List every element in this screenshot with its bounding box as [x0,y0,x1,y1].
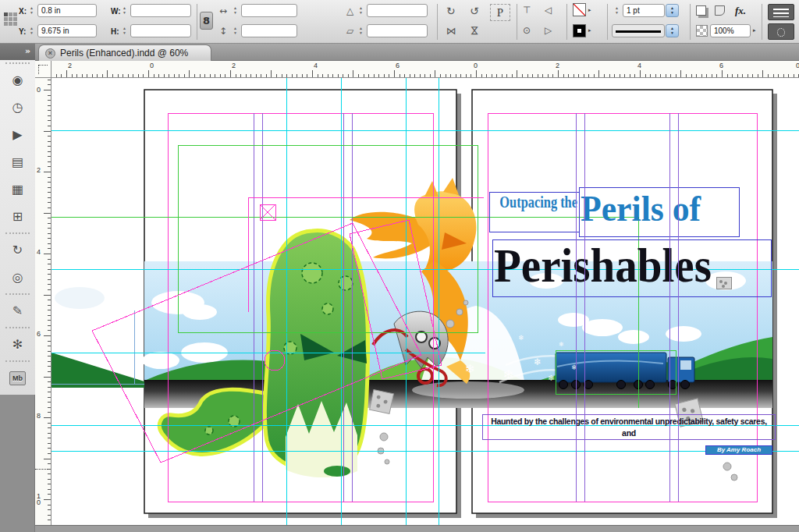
scale-x-input[interactable] [241,4,297,17]
y-stepper[interactable] [28,25,35,37]
deck-frame[interactable]: Haunted by the challenges of environment… [482,414,776,440]
ruler-number: 4 [637,62,641,69]
opacity-checker-icon[interactable] [696,25,708,37]
mini-bridge-icon[interactable]: Mb [0,364,35,392]
object-states-icon[interactable]: ◉ [0,66,35,94]
kicker-frame[interactable]: Outpacing the [489,192,580,232]
drop-shadow-icon[interactable] [696,5,706,16]
flip-horizontal-icon[interactable]: ⋈ [446,25,456,37]
rotate-cw-icon[interactable]: ↻ [446,5,456,17]
text-wrap-object-shape-button[interactable] [768,23,794,40]
corner-options-icon[interactable] [715,5,725,16]
scale-y-input[interactable] [241,24,297,37]
effects-fx-button[interactable]: fx. [735,5,746,17]
dock-expand-icon[interactable]: » [0,44,35,60]
flip-vertical-icon[interactable]: ⋈ [469,26,481,36]
ruler-number: 0 [37,87,44,93]
ruler-number: 2 [68,62,72,69]
stroke-style-combo-stepper[interactable] [666,24,679,37]
tab-close-icon[interactable]: × [45,48,55,59]
stroke-weight-stepper[interactable] [613,5,620,17]
select-next-icon[interactable]: ▷ [545,25,552,36]
animation-glyph: ◷ [12,100,23,115]
ruler-number: 6 [719,62,723,69]
content-grabber-badge[interactable] [716,277,732,289]
y-input[interactable] [37,24,97,37]
ruler-number: 4 [37,249,44,255]
h-stepper[interactable] [121,25,128,37]
shear-input[interactable] [367,24,428,37]
rotation-stepper[interactable] [357,5,364,17]
stroke-weight-combo-stepper[interactable] [666,4,679,17]
media-icon[interactable]: ▤ [0,148,35,176]
tab-title: Perils (Enhanced).indd @ 60% [60,48,188,59]
object-export-icon[interactable]: ◎ [0,264,35,291]
fill-swatch-none[interactable] [573,3,586,16]
ruler-number: 6 [396,62,400,69]
reference-point-proxy[interactable] [4,12,8,16]
svg-text:❄: ❄ [485,346,492,354]
ruler-origin[interactable] [35,61,51,78]
stroke-style-dropdown[interactable] [612,24,665,37]
h-input[interactable] [130,24,191,37]
divider [517,4,517,40]
vertical-ruler[interactable]: 0246810 [35,78,51,532]
stroke-arrow-icon[interactable]: ▸ [588,27,591,34]
dock-separator [5,327,30,328]
window-bottom-edge [35,525,799,532]
background-tasks-icon[interactable]: ✻ [0,331,35,358]
ruler-number: 2 [232,62,236,69]
object-states-glyph: ◉ [12,73,23,87]
divider [762,4,762,40]
rotation-input[interactable] [367,4,428,17]
scale-x-stepper[interactable] [232,5,239,17]
notes-icon[interactable]: ✎ [0,297,35,325]
divider [690,4,691,40]
constrain-proportions-icon[interactable]: 8 [200,12,213,30]
glasses-icon [416,332,427,342]
opacity-arrow-icon[interactable]: ▸ [753,27,756,34]
buttons-icon[interactable]: ⊞ [0,203,35,230]
kicker-text: Outpacing the [489,193,577,211]
x-input[interactable] [37,4,97,17]
stroke-weight-input[interactable] [623,4,665,17]
dock-separator [5,293,30,295]
preview-icon[interactable]: ▶ [0,121,35,148]
rotate-ccw-icon[interactable]: ↺ [470,5,479,17]
buttons-glyph: ⊞ [12,209,23,224]
wheels [559,381,690,389]
document-canvas[interactable]: ❄❄ ❄❄ ❄❄ ❄❄ [51,78,799,532]
text-wrap-bounding-box-button[interactable] [768,4,794,20]
ruler-number: 2 [37,167,44,173]
w-label: W: [111,7,121,16]
scale-y-stepper[interactable] [232,25,239,37]
divider [566,4,567,40]
fill-arrow-icon[interactable]: ▸ [588,7,591,13]
byline[interactable]: By Amy Roach Partridge [705,445,772,455]
panel-dock: » ◉◷▶▤▦⊞↻◎✎✻Mb [0,44,35,532]
shear-stepper[interactable] [357,25,364,37]
svg-text:❄: ❄ [465,362,475,376]
document-tab[interactable]: × Perils (Enhanced).indd @ 60% [38,44,211,61]
paragraph-indicator[interactable]: P [490,4,510,21]
page-transitions-icon[interactable]: ↻ [0,236,35,264]
animation-icon[interactable]: ◷ [0,94,35,121]
ruler-number: 8 [37,413,44,419]
media-glyph: ▤ [12,154,23,169]
scale-x-icon: ↔ [219,5,227,16]
x-stepper[interactable] [28,5,35,17]
select-content-icon[interactable]: ⊙ [523,25,531,36]
opacity-input[interactable] [710,24,751,37]
x-label: X: [19,7,27,16]
w-input[interactable] [130,4,191,17]
select-previous-icon[interactable]: ◁ [545,5,552,16]
stroke-swatch-black[interactable] [573,24,586,37]
horizontal-ruler[interactable]: 2024602460 [51,61,799,78]
ruler-number: 4 [314,62,318,69]
select-container-icon[interactable]: ⊤ [523,5,531,16]
title-blue-frame[interactable]: Perils of [579,187,740,237]
timing-icon[interactable]: ▦ [0,176,35,203]
w-stepper[interactable] [121,5,128,17]
page-transitions-glyph: ↻ [12,243,23,257]
preview-glyph: ▶ [12,127,22,142]
